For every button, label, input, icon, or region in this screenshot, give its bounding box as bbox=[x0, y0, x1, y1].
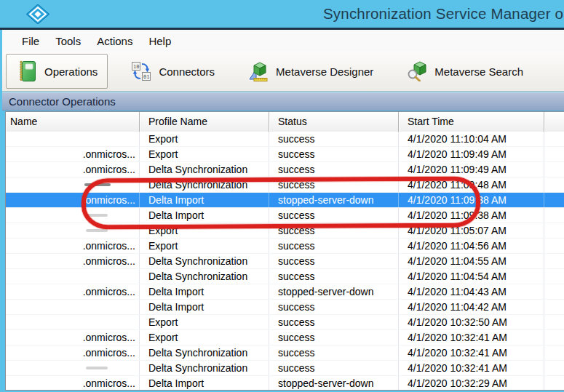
cell-filler bbox=[544, 254, 564, 268]
table-row[interactable]: Export success 4/1/2020 11:05:07 AM bbox=[6, 223, 564, 239]
cell-profile-name: Delta Synchronization bbox=[140, 345, 269, 360]
cell-name bbox=[6, 177, 140, 192]
cell-status: success bbox=[269, 132, 399, 146]
cell-status: success bbox=[269, 254, 399, 268]
table-row[interactable]: Export success 4/1/2020 11:10:04 AM bbox=[6, 132, 564, 147]
table-row[interactable]: Delta Synchronization success 4/1/2020 1… bbox=[6, 269, 564, 284]
column-header-profile-name[interactable]: Profile Name bbox=[140, 112, 269, 132]
cell-profile-name: Export bbox=[140, 223, 269, 238]
cell-filler bbox=[544, 239, 564, 253]
cell-start-time: 4/1/2020 11:04:43 AM bbox=[399, 284, 544, 299]
cell-name: .onmicros... bbox=[6, 376, 140, 391]
cell-name: .onmicros... bbox=[6, 254, 140, 268]
cell-filler bbox=[544, 269, 564, 284]
table-row[interactable]: .onmicros... Export success 4/1/2020 11:… bbox=[6, 239, 564, 254]
toolbar-button-label: Operations bbox=[44, 65, 98, 78]
table-row[interactable]: .onmicros... Delta Import stopped-server… bbox=[6, 284, 564, 300]
cell-name: .onmicros... bbox=[6, 239, 140, 253]
cell-start-time: 4/1/2020 11:10:04 AM bbox=[399, 132, 544, 146]
sync-diamond-icon bbox=[26, 4, 49, 24]
cell-name bbox=[6, 132, 140, 146]
redacted-name-mark bbox=[86, 367, 108, 369]
column-header-start-time[interactable]: Start Time bbox=[399, 112, 544, 132]
toolbar-button-metaverse-search[interactable]: Metaverse Search bbox=[396, 54, 533, 89]
column-header-name[interactable]: Name bbox=[6, 112, 140, 132]
cell-profile-name: Delta Import bbox=[140, 208, 269, 223]
toolbar-button-label: Metaverse Search bbox=[434, 65, 523, 78]
cell-start-time: 4/1/2020 11:04:55 AM bbox=[399, 254, 544, 268]
cell-filler bbox=[544, 132, 564, 146]
operations-list: NameProfile NameStatusStart Time Export … bbox=[5, 111, 564, 391]
table-row[interactable]: .onmicros... Delta Synchronization succe… bbox=[6, 345, 564, 361]
cell-status: success bbox=[269, 269, 399, 284]
cell-name: .onmicros... bbox=[6, 330, 140, 345]
table-row[interactable]: .onmicros... Delta Synchronization succe… bbox=[6, 254, 564, 269]
cell-status: stopped-server-down bbox=[269, 376, 399, 391]
table-row[interactable]: Delta Import success 4/1/2020 11:04:42 A… bbox=[6, 300, 564, 315]
metaverse-designer-icon bbox=[247, 60, 269, 82]
column-header-status[interactable]: Status bbox=[269, 112, 399, 132]
cell-filler bbox=[544, 162, 564, 177]
cell-status: success bbox=[269, 361, 399, 375]
cell-name: .onmicros... bbox=[6, 162, 140, 177]
cell-filler bbox=[544, 361, 564, 375]
cell-name bbox=[6, 208, 140, 223]
toolbar-button-operations[interactable]: Operations bbox=[6, 54, 108, 89]
menu-item-file[interactable]: File bbox=[14, 32, 47, 50]
cell-start-time: 4/1/2020 11:09:38 AM bbox=[399, 208, 544, 223]
cell-status: success bbox=[269, 147, 399, 161]
cell-status: success bbox=[269, 223, 399, 238]
menu-item-actions[interactable]: Actions bbox=[89, 32, 140, 50]
metaverse-search-icon bbox=[406, 60, 428, 82]
menu-item-tools[interactable]: Tools bbox=[47, 32, 89, 50]
svg-text:01: 01 bbox=[143, 74, 149, 80]
cell-name bbox=[6, 361, 140, 375]
redacted-name-mark bbox=[84, 183, 111, 186]
cell-name: .onmicros... bbox=[6, 345, 140, 360]
toolbar-button-metaverse-designer[interactable]: Metaverse Designer bbox=[237, 54, 384, 89]
table-row-selected[interactable]: .onmicros... Delta Import stopped-server… bbox=[6, 193, 564, 208]
table-row[interactable]: Delta Synchronization success 4/1/2020 1… bbox=[6, 177, 564, 193]
table-row[interactable]: Export success 4/1/2020 10:32:50 AM bbox=[6, 315, 564, 330]
table-row[interactable]: Delta Import success 4/1/2020 11:09:38 A… bbox=[6, 208, 564, 223]
cell-status: success bbox=[269, 345, 399, 360]
cell-profile-name: Delta Import bbox=[140, 376, 269, 391]
cell-profile-name: Export bbox=[140, 330, 269, 345]
redacted-name-mark bbox=[86, 214, 108, 217]
table-row[interactable]: .onmicros... Export success 4/1/2020 11:… bbox=[6, 147, 564, 162]
cell-name bbox=[6, 223, 140, 238]
cell-filler bbox=[544, 300, 564, 314]
cell-start-time: 4/1/2020 11:04:56 AM bbox=[399, 239, 544, 253]
cell-start-time: 4/1/2020 10:32:29 AM bbox=[399, 376, 544, 391]
cell-start-time: 4/1/2020 11:09:48 AM bbox=[399, 177, 544, 192]
cell-start-time: 4/1/2020 10:32:41 AM bbox=[399, 345, 544, 360]
table-row[interactable]: .onmicros... Export success 4/1/2020 10:… bbox=[6, 330, 564, 345]
table-row[interactable]: .onmicros... Delta Import stopped-server… bbox=[6, 376, 564, 391]
table-row[interactable]: Delta Synchronization success 4/1/2020 1… bbox=[6, 361, 564, 376]
cell-filler bbox=[544, 193, 564, 207]
title-bar: Synchronization Service Manager o bbox=[0, 0, 564, 28]
cell-profile-name: Export bbox=[140, 239, 269, 253]
toolbar-button-connectors[interactable]: 10 01 Connectors bbox=[120, 54, 225, 89]
redacted-name-mark bbox=[86, 229, 108, 232]
cell-status: success bbox=[269, 208, 399, 223]
toolbar: Operations 10 01 Connectors Metaverse De… bbox=[2, 52, 564, 92]
cell-profile-name: Delta Synchronization bbox=[140, 361, 269, 375]
svg-text:10: 10 bbox=[133, 64, 139, 70]
cell-filler bbox=[544, 376, 564, 391]
cell-status: success bbox=[269, 177, 399, 192]
cell-profile-name: Export bbox=[140, 315, 269, 329]
cell-status: success bbox=[269, 239, 399, 253]
cell-start-time: 4/1/2020 10:32:50 AM bbox=[399, 315, 544, 329]
cell-profile-name: Delta Synchronization bbox=[140, 269, 269, 284]
cell-profile-name: Export bbox=[140, 132, 269, 146]
cell-profile-name: Delta Import bbox=[140, 284, 269, 299]
menu-item-help[interactable]: Help bbox=[140, 32, 179, 50]
cell-filler bbox=[544, 223, 564, 238]
column-header-filler bbox=[544, 112, 564, 132]
toolbar-button-label: Connectors bbox=[159, 65, 215, 78]
cell-profile-name: Delta Synchronization bbox=[140, 177, 269, 192]
table-row[interactable]: .onmicros... Delta Synchronization succe… bbox=[6, 162, 564, 177]
cell-start-time: 4/1/2020 11:09:49 AM bbox=[399, 162, 544, 177]
cell-profile-name: Delta Synchronization bbox=[140, 254, 269, 268]
